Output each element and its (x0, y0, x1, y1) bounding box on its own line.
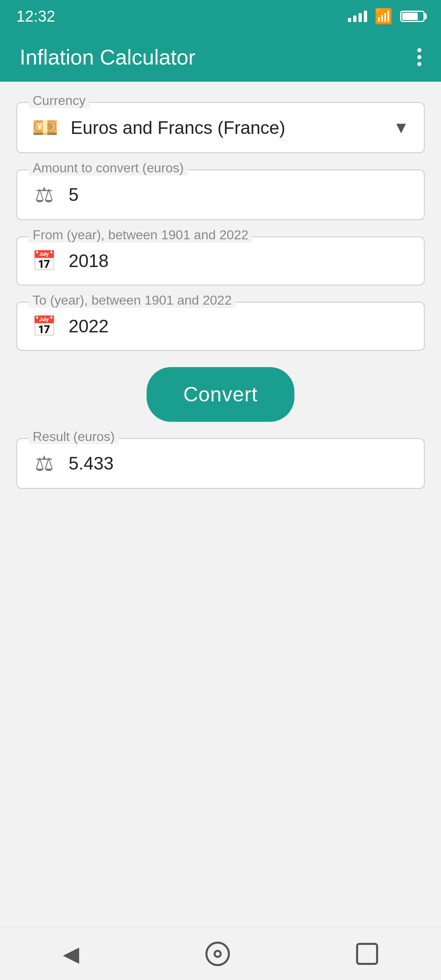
currency-value: Euros and Francs (France) (71, 118, 381, 138)
amount-value: 5 (69, 185, 409, 205)
app-bar: Inflation Calculator (0, 33, 441, 82)
currency-label: Currency (29, 93, 90, 108)
calendar-to-icon: 📅 (32, 315, 56, 338)
from-year-field[interactable]: From (year), between 1901 and 2022 📅 201… (16, 236, 425, 285)
recents-button[interactable] (356, 943, 378, 965)
from-year-value: 2018 (69, 251, 409, 271)
amount-field[interactable]: Amount to convert (euros) ⚖ 5 (16, 169, 425, 220)
result-label: Result (euros) (29, 429, 119, 444)
chevron-down-icon[interactable]: ▼ (393, 118, 409, 137)
amount-label: Amount to convert (euros) (29, 160, 188, 176)
to-year-value: 2022 (69, 316, 409, 336)
signal-icon (348, 11, 367, 22)
wifi-icon: 📶 (374, 8, 393, 25)
to-year-label: To (year), between 1901 and 2022 (29, 293, 236, 308)
battery-level: 81 (401, 11, 423, 22)
status-bar: 12:32 📶 81 (0, 0, 441, 33)
bottom-nav: ◀ (0, 927, 441, 980)
result-field: Result (euros) ⚖ 5.433 (16, 438, 425, 489)
to-year-field[interactable]: To (year), between 1901 and 2022 📅 2022 (16, 302, 425, 351)
app-title: Inflation Calculator (20, 45, 196, 69)
back-button[interactable]: ◀ (63, 942, 79, 966)
scale-icon: ⚖ (32, 183, 56, 207)
status-icons: 📶 81 (348, 8, 425, 25)
battery-icon: 81 (400, 11, 425, 22)
calendar-from-icon: 📅 (32, 249, 56, 272)
more-vertical-icon[interactable] (417, 48, 421, 66)
result-value: 5.433 (69, 453, 409, 474)
home-button[interactable] (205, 942, 230, 966)
result-scale-icon: ⚖ (32, 451, 56, 476)
from-year-label: From (year), between 1901 and 2022 (29, 227, 252, 243)
convert-button[interactable]: Convert (147, 367, 294, 422)
money-icon: 💴 (32, 115, 58, 140)
currency-field[interactable]: Currency 💴 Euros and Francs (France) ▼ (16, 102, 425, 153)
status-time: 12:32 (16, 8, 55, 25)
content-area: Currency 💴 Euros and Francs (France) ▼ A… (0, 82, 441, 509)
